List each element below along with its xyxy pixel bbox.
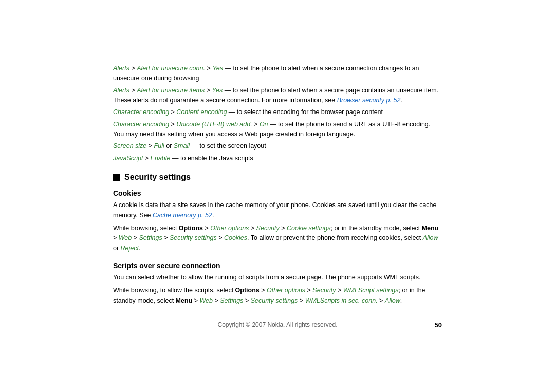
list-item-link1: Alerts <box>113 65 130 72</box>
scripts-para2: While browsing, to allow the scripts, se… <box>113 286 442 306</box>
menu-bold: Menu <box>422 225 439 232</box>
other-options-link: Other options <box>210 225 249 232</box>
allow-link: Allow <box>423 234 438 241</box>
menu-bold2: Menu <box>176 297 193 304</box>
list-item-path6: Content encoding <box>176 108 227 116</box>
list-item: Alerts > Alert for unsecure items > Yes … <box>113 86 442 106</box>
list-item-path7: Character encoding <box>113 121 169 128</box>
list-item-path13: JavaScript <box>113 155 143 162</box>
wmlscript-settings-link: WMLScript settings <box>343 287 399 294</box>
other-options-link2: Other options <box>267 287 305 294</box>
page-footer: Copyright © 2007 Nokia. All rights reser… <box>113 321 442 328</box>
list-item-path9: On <box>260 121 268 128</box>
list-item-path3: Alert for unsecure items <box>137 87 205 94</box>
web-link2: Web <box>200 297 213 304</box>
security-settings-link2: Security settings <box>251 297 298 304</box>
list-item: Screen size > Full or Small — to set the… <box>113 141 442 151</box>
options-bold: Options <box>179 225 203 232</box>
settings-link2: Settings <box>220 297 243 304</box>
list-item-path12: Small <box>174 142 190 150</box>
cookie-settings-link: Cookie settings <box>287 225 330 232</box>
cookies-para2: While browsing, select Options > Other o… <box>113 223 442 253</box>
list-item: Character encoding > Content encoding — … <box>113 107 442 117</box>
content-area: Alerts > Alert for unsecure conn. > Yes … <box>82 64 473 328</box>
scripts-title: Scripts over secure connection <box>113 262 442 270</box>
page-container: Alerts > Alert for unsecure conn. > Yes … <box>82 53 473 339</box>
security-settings-link: Security settings <box>170 234 217 241</box>
cookies-para1: A cookie is data that a site saves in th… <box>113 200 442 220</box>
security-link: Security <box>256 225 280 232</box>
list-item-path11: Full <box>154 142 164 150</box>
top-list: Alerts > Alert for unsecure conn. > Yes … <box>113 64 442 163</box>
list-item-path1: Alert for unsecure conn. <box>137 65 205 72</box>
cookies-link: Cookies <box>224 234 247 241</box>
list-item: JavaScript > Enable — to enable the Java… <box>113 154 442 163</box>
security-link2: Security <box>312 287 336 294</box>
page-number: 50 <box>435 321 442 329</box>
list-item-path4: Yes <box>212 87 223 94</box>
wmlscripts-sec-conn-link: WMLScripts in sec. conn. <box>305 297 378 304</box>
browser-security-link[interactable]: Browser security p. 52 <box>337 97 401 104</box>
cache-memory-link[interactable]: Cache memory p. 52 <box>153 212 212 219</box>
options-bold2: Options <box>235 287 260 294</box>
list-item-path8: Unicode (UTF-8) web add. <box>176 121 252 128</box>
section-header: Security settings <box>113 173 442 182</box>
list-item-link2: Alerts <box>113 87 130 94</box>
subsection-scripts: Scripts over secure connection You can s… <box>113 262 442 306</box>
section-title: Security settings <box>124 173 191 182</box>
scripts-para1: You can select whether to allow the runn… <box>113 273 442 283</box>
section-icon <box>113 174 120 181</box>
subsection-cookies: Cookies A cookie is data that a site sav… <box>113 189 442 253</box>
list-item-path14: Enable <box>151 155 171 162</box>
allow-link2: Allow <box>385 297 400 304</box>
settings-link: Settings <box>139 234 162 241</box>
list-item-path5: Character encoding <box>113 108 169 116</box>
list-item: Character encoding > Unicode (UTF-8) web… <box>113 120 442 140</box>
list-item-path2: Yes <box>212 65 223 72</box>
copyright-text: Copyright © 2007 Nokia. All rights reser… <box>218 321 338 328</box>
list-item-path10: Screen size <box>113 142 146 150</box>
web-link: Web <box>119 234 132 241</box>
cookies-title: Cookies <box>113 189 442 197</box>
reject-link: Reject <box>121 245 139 252</box>
list-item: Alerts > Alert for unsecure conn. > Yes … <box>113 64 442 84</box>
